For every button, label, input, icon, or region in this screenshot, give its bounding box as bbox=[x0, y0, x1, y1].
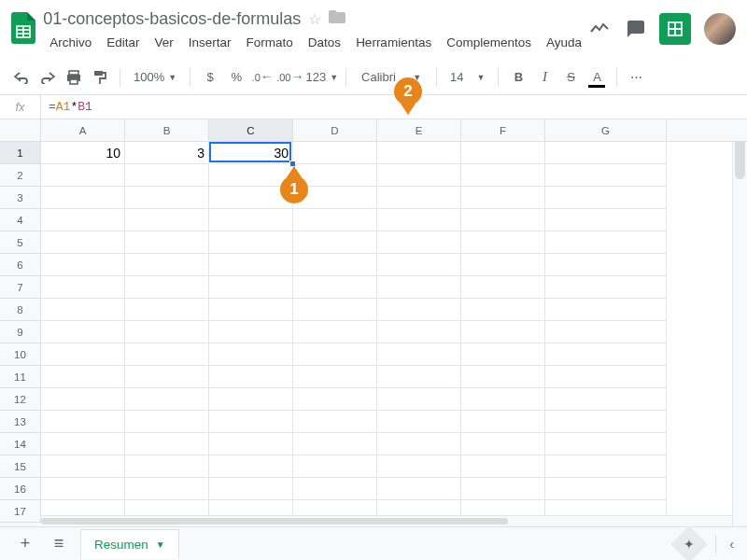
number-format-select[interactable]: 123▼ bbox=[305, 65, 338, 90]
cell-B11[interactable] bbox=[125, 366, 209, 388]
vertical-scrollbar[interactable] bbox=[732, 119, 747, 526]
cell-F13[interactable] bbox=[461, 411, 545, 433]
cell-D1[interactable] bbox=[293, 142, 377, 164]
text-color-button[interactable]: A bbox=[585, 65, 609, 90]
cell-C3[interactable] bbox=[209, 187, 293, 209]
fill-handle[interactable] bbox=[289, 161, 296, 167]
sheet-menu-icon[interactable]: ▼ bbox=[156, 539, 165, 550]
cell-C7[interactable] bbox=[209, 276, 293, 299]
cell-D7[interactable] bbox=[293, 276, 377, 299]
comment-icon[interactable] bbox=[624, 18, 646, 40]
cell-C9[interactable] bbox=[209, 321, 293, 343]
cell-A7[interactable] bbox=[41, 276, 125, 299]
cell-E3[interactable] bbox=[377, 187, 461, 209]
cell-C2[interactable] bbox=[209, 164, 293, 187]
menu-editar[interactable]: Editar bbox=[100, 32, 146, 53]
cell-C12[interactable] bbox=[209, 388, 293, 411]
cell-D16[interactable] bbox=[293, 478, 377, 500]
cell-D3[interactable] bbox=[293, 187, 377, 209]
column-header-G[interactable]: G bbox=[545, 119, 667, 141]
cell-A2[interactable] bbox=[41, 164, 125, 187]
cell-A16[interactable] bbox=[41, 478, 125, 500]
menu-insertar[interactable]: Insertar bbox=[182, 32, 238, 53]
cell-E5[interactable] bbox=[377, 231, 461, 254]
activity-icon[interactable] bbox=[588, 18, 611, 40]
cell-A14[interactable] bbox=[41, 433, 125, 455]
cell-G6[interactable] bbox=[545, 254, 667, 276]
cell-C6[interactable] bbox=[209, 254, 293, 276]
cell-A8[interactable] bbox=[41, 299, 125, 321]
cell-G8[interactable] bbox=[545, 299, 667, 321]
zoom-select[interactable]: 100%▼ bbox=[128, 65, 182, 90]
cell-F2[interactable] bbox=[461, 164, 545, 187]
cell-D8[interactable] bbox=[293, 299, 377, 321]
cell-F12[interactable] bbox=[461, 388, 545, 411]
cell-B4[interactable] bbox=[125, 209, 209, 231]
cell-C11[interactable] bbox=[209, 366, 293, 388]
column-header-D[interactable]: D bbox=[293, 119, 377, 141]
percent-button[interactable]: % bbox=[224, 65, 248, 90]
more-toolbar-button[interactable]: ⋯ bbox=[625, 65, 649, 90]
menu-formato[interactable]: Formato bbox=[240, 32, 300, 53]
menu-archivo[interactable]: Archivo bbox=[43, 32, 98, 53]
redo-icon[interactable] bbox=[35, 65, 60, 90]
row-header-11[interactable]: 11 bbox=[0, 366, 40, 388]
cell-E7[interactable] bbox=[377, 276, 461, 299]
cell-E11[interactable] bbox=[377, 366, 461, 388]
cell-F5[interactable] bbox=[461, 231, 545, 254]
cell-B15[interactable] bbox=[125, 455, 209, 478]
cell-G1[interactable] bbox=[545, 142, 667, 164]
cell-G3[interactable] bbox=[545, 187, 667, 209]
cell-C4[interactable] bbox=[209, 209, 293, 231]
cell-G15[interactable] bbox=[545, 455, 667, 478]
cell-D11[interactable] bbox=[293, 366, 377, 388]
cell-G2[interactable] bbox=[545, 164, 667, 187]
share-button[interactable] bbox=[659, 13, 691, 45]
cell-G9[interactable] bbox=[545, 321, 667, 343]
column-header-F[interactable]: F bbox=[461, 119, 545, 141]
cell-D14[interactable] bbox=[293, 433, 377, 455]
side-panel-toggle[interactable]: ‹ bbox=[729, 537, 734, 552]
row-header-4[interactable]: 4 bbox=[0, 209, 40, 231]
cell-F11[interactable] bbox=[461, 366, 545, 388]
cell-B14[interactable] bbox=[125, 433, 209, 455]
italic-button[interactable]: I bbox=[532, 65, 557, 90]
cell-F9[interactable] bbox=[461, 321, 545, 343]
cell-E8[interactable] bbox=[377, 299, 461, 321]
cell-D9[interactable] bbox=[293, 321, 377, 343]
cell-G14[interactable] bbox=[545, 433, 667, 455]
row-header-13[interactable]: 13 bbox=[0, 411, 40, 433]
increase-decimal-button[interactable]: .00→ bbox=[276, 65, 303, 90]
row-header-16[interactable]: 16 bbox=[0, 478, 40, 500]
account-avatar[interactable] bbox=[704, 13, 736, 45]
add-sheet-button[interactable]: + bbox=[13, 532, 37, 556]
cell-F7[interactable] bbox=[461, 276, 545, 299]
cell-D5[interactable] bbox=[293, 231, 377, 254]
bold-button[interactable]: B bbox=[506, 65, 530, 90]
cell-A13[interactable] bbox=[41, 411, 125, 433]
cell-F1[interactable] bbox=[461, 142, 545, 164]
strike-button[interactable]: S bbox=[558, 65, 583, 90]
cell-E13[interactable] bbox=[377, 411, 461, 433]
cell-A6[interactable] bbox=[41, 254, 125, 276]
cell-E4[interactable] bbox=[377, 209, 461, 231]
cell-D12[interactable] bbox=[293, 388, 377, 411]
row-header-15[interactable]: 15 bbox=[0, 455, 40, 478]
menu-herramientas[interactable]: Herramientas bbox=[349, 32, 438, 53]
cell-D10[interactable] bbox=[293, 343, 377, 366]
cell-C10[interactable] bbox=[209, 343, 293, 366]
cell-E15[interactable] bbox=[377, 455, 461, 478]
select-all-corner[interactable] bbox=[0, 119, 41, 142]
cell-A10[interactable] bbox=[41, 343, 125, 366]
cell-E16[interactable] bbox=[377, 478, 461, 500]
cell-D2[interactable] bbox=[293, 164, 377, 187]
row-header-1[interactable]: 1 bbox=[0, 142, 40, 164]
cell-B16[interactable] bbox=[125, 478, 209, 500]
cell-F4[interactable] bbox=[461, 209, 545, 231]
cell-A15[interactable] bbox=[41, 455, 125, 478]
print-icon[interactable] bbox=[62, 65, 86, 90]
cell-B12[interactable] bbox=[125, 388, 209, 411]
cell-B2[interactable] bbox=[125, 164, 209, 187]
cell-F16[interactable] bbox=[461, 478, 545, 500]
cell-E10[interactable] bbox=[377, 343, 461, 366]
